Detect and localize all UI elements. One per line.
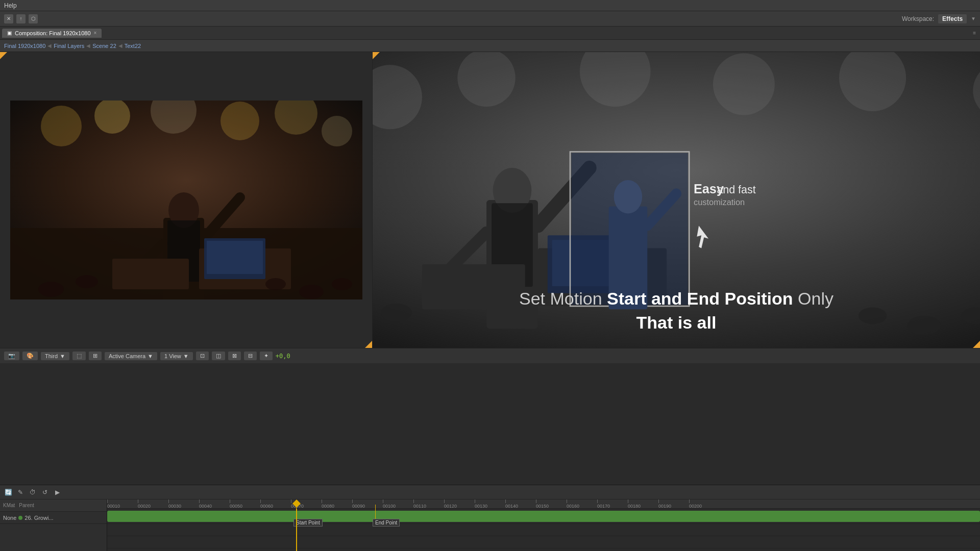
viewer-safe-zones-icon[interactable]: ⊞ [89, 352, 102, 360]
ruler-tick: 00030 [168, 499, 181, 509]
viewer-color-btn[interactable]: 🎨 [22, 352, 38, 360]
timeline-ruler: 0001000020000300004000050000600007000080… [107, 499, 980, 509]
track-row-3 [107, 536, 980, 548]
active-camera-arrow: ▼ [148, 353, 153, 359]
ruler-tick-label: 00100 [383, 504, 396, 509]
comp-tab-active[interactable]: ▣ Composition: Final 980x551 × [2, 29, 102, 38]
menu-help[interactable]: Help [4, 2, 17, 9]
timeline-toolbar: 🔄 ✎ ⏱ ↺ ▶ [0, 485, 980, 499]
tab-panel-menu[interactable]: ≡ [973, 30, 976, 36]
track-bar-main[interactable] [107, 511, 980, 522]
timeline-layer-label: 26. Growi... [24, 515, 53, 521]
ruler-tick-line [597, 499, 598, 503]
svg-point-46 [614, 180, 642, 214]
breadcrumb-bar: Final 980x551 ◀ Final Layers ◀ Scene 2… [0, 40, 980, 52]
toolbar-export-icon[interactable]: ⬡ [29, 14, 38, 23]
comp-tab-icon: ▣ [7, 30, 12, 36]
ruler-tick-label: 00020 [138, 504, 151, 509]
breadcrumb-item-2[interactable]: Scene 22 [92, 43, 116, 49]
ruler-tick-label: 00030 [168, 504, 181, 509]
viewer-coords: +0,0 [276, 353, 290, 360]
right-viewer-content: Easy and fast customization Set Motion S… [373, 52, 980, 348]
ruler-tick-line [444, 499, 445, 503]
ruler-tick-label: 00050 [230, 504, 242, 509]
viewer-third-dropdown[interactable]: Third ▼ [41, 352, 69, 360]
viewer-region-icon[interactable]: ◫ [212, 352, 225, 360]
ruler-tick-line [567, 499, 567, 503]
track-row-1: Start Point End Point [107, 509, 980, 524]
breadcrumb-item-0[interactable]: Final 980x551 [4, 43, 45, 49]
workspace-value[interactable]: Effects [938, 14, 967, 23]
viewer-camera-icon[interactable]: 📷 [4, 352, 19, 360]
timeline-play-icon[interactable]: ▶ [52, 487, 62, 497]
active-camera-label: Active Camera [109, 353, 145, 359]
ruler-tick-label: 00080 [322, 504, 334, 509]
viewer-track-icon[interactable]: ✦ [260, 352, 273, 360]
toolbar-save-icon[interactable]: ↑ [16, 14, 26, 23]
ruler-tick-line [536, 499, 536, 503]
ruler-tick: 00110 [413, 499, 426, 509]
svg-point-18 [76, 275, 98, 288]
viewer-toolbar: 📷 🎨 Third ▼ ⬚ ⊞ Active Camera ▼ 1 View ▼… [0, 348, 980, 363]
ruler-tick-line [260, 499, 261, 503]
workspace-dropdown-icon[interactable]: ▼ [971, 16, 976, 21]
ruler-tick: 00080 [322, 499, 334, 509]
svg-text:and fast: and fast [717, 184, 755, 196]
timeline-labels: KMat Parent None 26. Growi... [0, 499, 107, 551]
timeline-layer-row[interactable]: None 26. Growi... [0, 512, 107, 524]
ruler-tick: 00040 [199, 499, 212, 509]
ruler-tick-line [475, 499, 475, 503]
ruler-tick: 00160 [567, 499, 579, 509]
timeline-cycle-icon[interactable]: 🔄 [3, 487, 13, 497]
view-label: 1 View [164, 353, 181, 359]
ruler-tick-line [322, 499, 322, 503]
svg-point-19 [265, 278, 286, 290]
ruler-tick-label: 00010 [107, 504, 120, 509]
viewer-grid-icon[interactable]: ⬚ [72, 352, 86, 360]
svg-point-21 [332, 278, 352, 290]
svg-point-20 [299, 285, 324, 299]
track-row-2 [107, 524, 980, 536]
workspace-label: Workspace: [902, 15, 934, 22]
viewer-motion-icon[interactable]: ⊟ [244, 352, 257, 360]
ruler-tick-label: 00180 [628, 504, 641, 509]
ruler-tick-line [689, 499, 690, 503]
ruler-tick-label: 00140 [505, 504, 518, 509]
viewer-fit-icon[interactable]: ⊡ [196, 352, 209, 360]
ruler-tick: 00140 [505, 499, 518, 509]
ruler-tick-line [628, 499, 628, 503]
ruler-tick: 00180 [628, 499, 641, 509]
third-arrow: ▼ [60, 353, 65, 359]
menu-bar: Help [0, 0, 980, 11]
comp-tab-title: Composition: Final 980x551 [15, 30, 91, 36]
timeline-pen-icon[interactable]: ✎ [15, 487, 26, 497]
ruler-tick: 00170 [597, 499, 610, 509]
ruler-tick: 00200 [689, 499, 702, 509]
comp-tab-close[interactable]: × [94, 30, 97, 36]
right-corner-tl [373, 52, 380, 59]
ruler-tick-label: 00170 [597, 504, 610, 509]
comp-tab-bar: ▣ Composition: Final 980x551 × ≡ [0, 27, 980, 40]
timeline-col-parent: Parent [19, 503, 34, 508]
timeline-undo-icon[interactable]: ↺ [40, 487, 50, 497]
ruler-tick: 00060 [260, 499, 273, 509]
breadcrumb-item-1[interactable]: Final Layers [54, 43, 84, 49]
ruler-tick: 00150 [536, 499, 549, 509]
corner-tl-indicator [0, 52, 7, 59]
timeline-layer-color [18, 516, 22, 520]
left-viewer-panel [0, 52, 373, 348]
timeline-clock-icon[interactable]: ⏱ [28, 487, 38, 497]
viewer-pixel-icon[interactable]: ⊠ [228, 352, 241, 360]
breadcrumb-item-3[interactable]: Text22 [125, 43, 141, 49]
ruler-tick-line [352, 499, 353, 503]
ruler-tick-line [168, 499, 169, 503]
ruler-tick-line [138, 499, 138, 503]
track-area: Start Point End Point [107, 509, 980, 551]
breadcrumb-sep-0: ◀ [47, 43, 52, 48]
right-viewer-panel: Easy and fast customization Set Motion S… [373, 52, 980, 348]
main-toolbar: ✕ ↑ ⬡ Workspace: Effects ▼ [0, 11, 980, 27]
viewer-active-camera-dropdown[interactable]: Active Camera ▼ [105, 352, 157, 360]
ruler-tick-label: 00110 [413, 504, 426, 509]
viewer-1view-dropdown[interactable]: 1 View ▼ [160, 352, 193, 360]
toolbar-close-icon[interactable]: ✕ [4, 14, 13, 23]
